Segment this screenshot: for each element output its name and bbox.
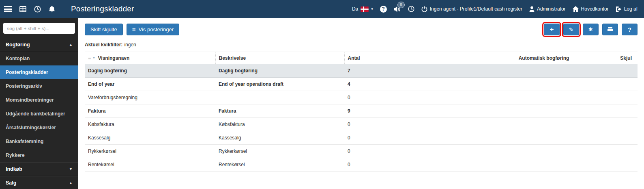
sidebar-section-label: Salg [6,180,16,186]
cell-skjul [613,91,638,104]
cell-automatisk-bogfoering [475,104,613,118]
column-header-label: Skjul [620,55,632,61]
sidebar-section-salg[interactable]: Salg▲ [0,176,78,189]
chevron-up-icon: ▲ [69,43,73,47]
table-row-faktura[interactable]: FakturaFaktura9 [85,104,638,118]
sidebar-item-arsafslutningskorsler[interactable]: Årsafslutningskørsler [0,121,78,135]
cell-antal: 0 [344,158,475,172]
cell-visningsnavn: Vareforbrugsberegning [85,91,215,104]
menu-button[interactable] [4,6,12,12]
sidebar-item-posteringskladder[interactable]: Posteringskladder [0,65,78,79]
table-icon [19,6,26,12]
print-button[interactable] [602,24,618,35]
asterisk-icon [588,27,593,32]
sort-caret-icon[interactable]: ▼ [92,56,96,60]
table-row-rentekorsel[interactable]: RentekørselRentekørsel0 [85,158,638,172]
table-row-end-of-year[interactable]: End of yearEnd of year operations draft4 [85,78,638,91]
location-menu[interactable]: Hovedkontor [573,6,609,12]
recent-activity-button[interactable] [408,6,414,12]
bell-icon [49,6,55,13]
topbar: Posteringskladder Da ▾ ? 0 Ingen agent -… [0,0,644,18]
cell-visningsnavn: Købsfaktura [85,118,215,131]
edit-icon [569,27,574,33]
cell-automatisk-bogfoering [475,131,613,145]
sidebar-item-rykkere[interactable]: Rykkere [0,148,78,162]
sound-button[interactable]: 0 [394,6,401,12]
logout-button[interactable]: Log af [616,6,638,12]
table-row-kobsfaktura[interactable]: KøbsfakturaKøbsfaktura0 [85,118,638,131]
edit-button[interactable] [563,24,579,35]
column-header-automatisk-bogforing[interactable]: Automatisk bogføring [475,52,613,64]
column-header-antal[interactable]: Antal [344,52,475,64]
cell-beskrivelse: End of year operations draft [215,78,344,91]
button-label: Vis posteringer [139,26,174,33]
main-content: Skift skjulteVis posteringer Aktuel kvik… [78,18,644,189]
plus-icon [550,26,554,33]
column-header-skjul[interactable]: Skjul [613,52,638,64]
table-row-kassesalg[interactable]: KassesalgKassesalg0 [85,131,638,145]
sidebar-item-kontoplan[interactable]: Kontoplan [0,52,78,65]
quickfilter-label: Aktuel kvikfilter: [85,42,122,48]
column-header-visningsnavn[interactable]: ▼Visningsnavn [85,52,215,64]
notifications-button[interactable] [49,6,55,13]
cell-automatisk-bogfoering [475,118,613,131]
table-row-vareforbrugsberegning[interactable]: Vareforbrugsberegning0 [85,91,638,104]
table-row-daglig-bogforing[interactable]: Daglig bogføringDaglig bogføring7 [85,64,638,78]
sidebar-section-bogforing[interactable]: Bogføring▲ [0,38,78,52]
cell-antal: 0 [344,145,475,158]
chevron-down-icon: ▾ [371,7,373,11]
language-selector[interactable]: Da ▾ [352,6,373,12]
column-header-label: Visningsnavn [98,55,130,61]
topbar-left: Posteringskladder [4,4,134,13]
sidebar-item-udgaende-bankbetalinger[interactable]: Udgående bankbetalinger [0,107,78,121]
quickfilter-value: ingen [124,42,136,48]
search-wrap [0,18,78,38]
cell-skjul [613,145,638,158]
sidebar-section-indkob[interactable]: Indkøb▼ [0,162,78,176]
skift-skjulte-button[interactable]: Skift skjulte [85,24,123,35]
cell-visningsnavn: Rentekørsel [85,158,215,172]
cell-visningsnavn: Kassesalg [85,131,215,145]
cell-beskrivelse: Købsfaktura [215,118,344,131]
journals-grid-button[interactable] [19,6,26,12]
sidebar-item-bankafstemning[interactable]: Bankafstemning [0,135,78,148]
cell-beskrivelse: Daglig bogføring [215,64,344,78]
cell-skjul [613,118,638,131]
chevron-down-icon: ▼ [69,167,73,171]
button-label: Skift skjulte [90,26,117,33]
add-button[interactable] [544,24,560,35]
cell-beskrivelse: Kassesalg [215,131,344,145]
toolbar-right [544,24,638,35]
user-menu[interactable]: Administrator [529,6,566,12]
sidebar-nav: Bogføring▲KontoplanPosteringskladderPost… [0,38,78,189]
help-button[interactable]: ? [380,6,387,13]
sidebar-item-momsindberetninger[interactable]: Momsindberetninger [0,93,78,107]
question-icon: ? [380,6,387,13]
table-row-rykkerkorsel[interactable]: RykkerkørselRykkerkørsel0 [85,145,638,158]
column-header-label: Antal [348,55,360,61]
columns-menu-icon[interactable] [88,55,91,61]
actions-button[interactable] [583,24,599,35]
vis-posteringer-button[interactable]: Vis posteringer [127,24,179,35]
sidebar-item-posteringsarkiv[interactable]: Posteringsarkiv [0,79,78,93]
quickfilter: Aktuel kvikfilter:ingen [85,42,638,48]
cell-automatisk-bogfoering [475,158,613,172]
dashboard-button[interactable] [34,6,41,13]
agent-status[interactable]: Ingen agent - Profile1/Default cash regi… [421,6,522,12]
cell-beskrivelse [215,91,344,104]
cell-automatisk-bogfoering [475,145,613,158]
cell-visningsnavn: End of year [85,78,215,91]
power-icon [421,6,427,12]
column-header-label: Beskrivelse [219,55,246,61]
toolbar: Skift skjulteVis posteringer [85,18,638,35]
help-button[interactable] [622,24,638,35]
cell-skjul [613,131,638,145]
journals-table: ▼VisningsnavnBeskrivelseAntalAutomatisk … [85,52,638,172]
cell-automatisk-bogfoering [475,64,613,78]
search-input[interactable] [3,23,75,34]
cell-beskrivelse: Rykkerkørsel [215,145,344,158]
danish-flag-icon [361,7,369,12]
column-header-beskrivelse[interactable]: Beskrivelse [215,52,344,64]
hamburger-icon [4,6,12,12]
logout-icon [616,6,622,12]
